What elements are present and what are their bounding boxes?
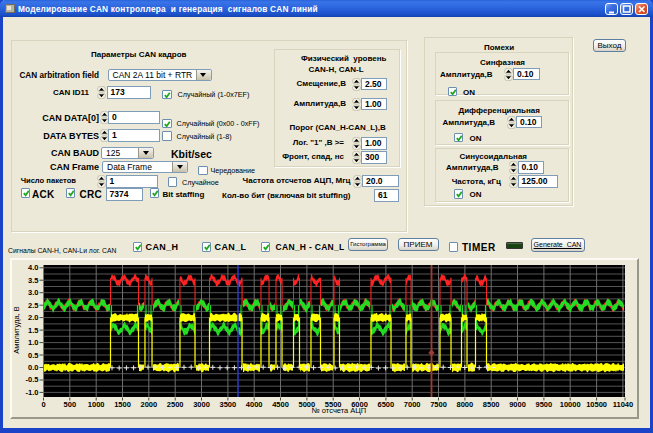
svg-text:3.5: 3.5	[28, 276, 38, 285]
svg-text:2.0: 2.0	[28, 313, 38, 322]
svg-text:0: 0	[41, 400, 45, 409]
svg-text:1500: 1500	[114, 400, 131, 409]
svg-text:3500: 3500	[220, 400, 237, 409]
svg-text:№ отсчета АЦП: № отсчета АЦП	[312, 406, 367, 415]
svg-text:4000: 4000	[246, 400, 263, 409]
svg-text:3.0: 3.0	[28, 288, 38, 297]
svg-text:9500: 9500	[536, 400, 553, 409]
svg-text:0.0: 0.0	[28, 363, 38, 372]
svg-text:4500: 4500	[272, 400, 289, 409]
svg-text:1.5: 1.5	[28, 326, 38, 335]
svg-text:-0.5: -0.5	[26, 375, 39, 384]
svg-text:0.5: 0.5	[28, 351, 38, 360]
svg-text:3000: 3000	[193, 400, 210, 409]
svg-text:10500: 10500	[586, 400, 607, 409]
svg-text:6500: 6500	[378, 400, 395, 409]
svg-text:8500: 8500	[483, 400, 500, 409]
svg-text:11040: 11040	[613, 400, 633, 409]
svg-text:4.0: 4.0	[28, 263, 38, 272]
svg-text:2.5: 2.5	[28, 301, 38, 310]
svg-text:-1.0: -1.0	[26, 388, 39, 397]
svg-text:7000: 7000	[404, 400, 421, 409]
svg-text:2000: 2000	[141, 400, 158, 409]
svg-text:500: 500	[64, 400, 77, 409]
svg-text:9000: 9000	[509, 400, 526, 409]
svg-text:1000: 1000	[88, 400, 105, 409]
svg-text:2500: 2500	[167, 400, 184, 409]
svg-text:Амплитуда, В: Амплитуда, В	[12, 306, 21, 354]
svg-text:1.0: 1.0	[28, 338, 38, 347]
svg-text:8000: 8000	[457, 400, 474, 409]
svg-text:7500: 7500	[430, 400, 447, 409]
svg-text:10000: 10000	[560, 400, 581, 409]
